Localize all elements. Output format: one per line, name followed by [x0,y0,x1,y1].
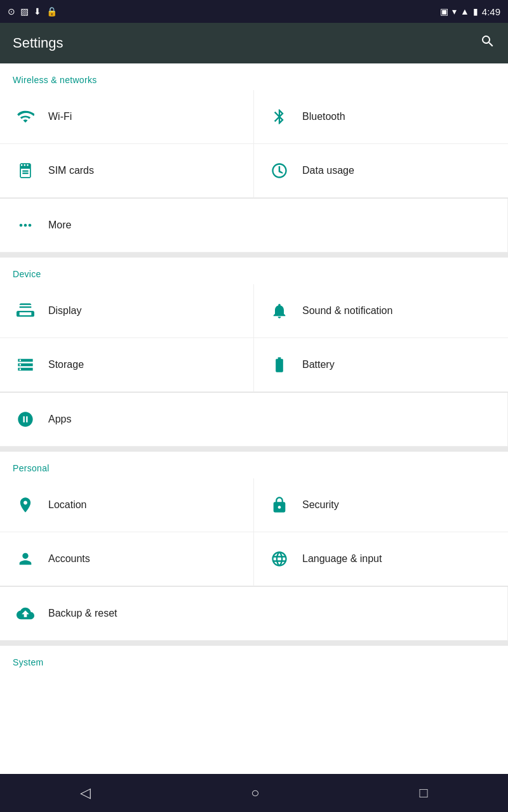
more-icon [13,213,38,238]
section-wireless: Wireless & networks Wi-Fi Bluetooth [0,63,508,252]
data-usage-label: Data usage [302,165,354,176]
storage-icon [13,352,38,377]
home-button[interactable]: ○ [238,778,272,808]
apps-icon [13,407,38,432]
status-bar: ⊙ ▨ ⬇ 🔒 ▣ ▾ ▲ ▮ 4:49 [0,0,508,23]
sidebar-item-backup[interactable]: Backup & reset [0,587,508,641]
battery-settings-icon [267,352,292,377]
section-header-system: System [0,646,508,672]
section-header-personal: Personal [0,452,508,478]
bluetooth-icon [267,104,292,129]
divider-device-personal [0,447,508,452]
language-label: Language & input [302,553,382,565]
display-label: Display [48,305,81,317]
sidebar-item-security[interactable]: Security [254,478,508,532]
section-system: System [0,646,508,672]
wifi-icon: ▾ [452,6,457,16]
security-icon [267,492,292,518]
sidebar-item-location[interactable]: Location [0,478,254,532]
security-label: Security [302,499,339,511]
sidebar-item-wifi[interactable]: Wi-Fi [0,90,254,144]
sim-label: SIM cards [48,165,94,176]
download-icon: ⬇ [34,6,41,16]
sidebar-item-data-usage[interactable]: Data usage [254,144,508,198]
sidebar-item-display[interactable]: Display [0,284,254,338]
status-icons-left: ⊙ ▨ ⬇ 🔒 [8,6,57,16]
divider-personal-system [0,641,508,646]
section-header-device: Device [0,258,508,284]
divider-wireless-device [0,252,508,258]
sidebar-item-language[interactable]: Language & input [254,532,508,586]
language-icon [267,546,292,572]
status-icons-right: ▣ ▾ ▲ ▮ 4:49 [440,6,500,17]
sidebar-item-sound[interactable]: Sound & notification [254,284,508,338]
sidebar-item-bluetooth[interactable]: Bluetooth [254,90,508,144]
page-title: Settings [13,35,64,51]
signal-icon: ▲ [460,6,469,16]
nav-bar: ◁ ○ □ [0,774,508,812]
sim-icon [13,158,38,183]
circle-icon: ⊙ [8,6,15,16]
data-usage-icon [267,158,292,183]
search-button[interactable] [480,34,495,53]
image-icon: ▨ [20,6,29,16]
app-bar: Settings [0,23,508,63]
backup-label: Backup & reset [48,608,117,619]
display-icon [13,298,38,324]
wireless-grid: Wi-Fi Bluetooth SIM cards [0,90,508,199]
apps-label: Apps [48,414,71,425]
accounts-label: Accounts [48,553,90,565]
recents-button[interactable]: □ [407,778,441,808]
section-header-wireless: Wireless & networks [0,63,508,90]
lock-icon: 🔒 [46,6,57,16]
back-button[interactable]: ◁ [67,778,104,808]
device-grid: Display Sound & notification Storage [0,284,508,393]
sidebar-item-battery[interactable]: Battery [254,338,508,392]
sidebar-item-accounts[interactable]: Accounts [0,532,254,586]
personal-grid: Location Security Accounts [0,478,508,587]
sidebar-item-sim[interactable]: SIM cards [0,144,254,198]
more-label: More [48,219,71,231]
battery-label: Battery [302,359,335,370]
sidebar-item-storage[interactable]: Storage [0,338,254,392]
status-time: 4:49 [482,6,500,17]
location-icon [13,492,38,518]
wifi-label: Wi-Fi [48,111,72,122]
battery-icon: ▮ [473,6,478,16]
bluetooth-label: Bluetooth [302,111,345,122]
backup-icon [13,601,38,626]
sound-icon [267,298,292,324]
sidebar-item-apps[interactable]: Apps [0,393,508,447]
location-label: Location [48,499,87,511]
wifi-icon [13,104,38,129]
section-device: Device Display Sound & notification [0,258,508,447]
settings-content: Wireless & networks Wi-Fi Bluetooth [0,63,508,774]
accounts-icon [13,546,38,572]
storage-label: Storage [48,359,84,370]
sidebar-item-more[interactable]: More [0,199,508,252]
section-personal: Personal Location Security [0,452,508,641]
sound-label: Sound & notification [302,305,392,317]
vibrate-icon: ▣ [440,6,448,16]
